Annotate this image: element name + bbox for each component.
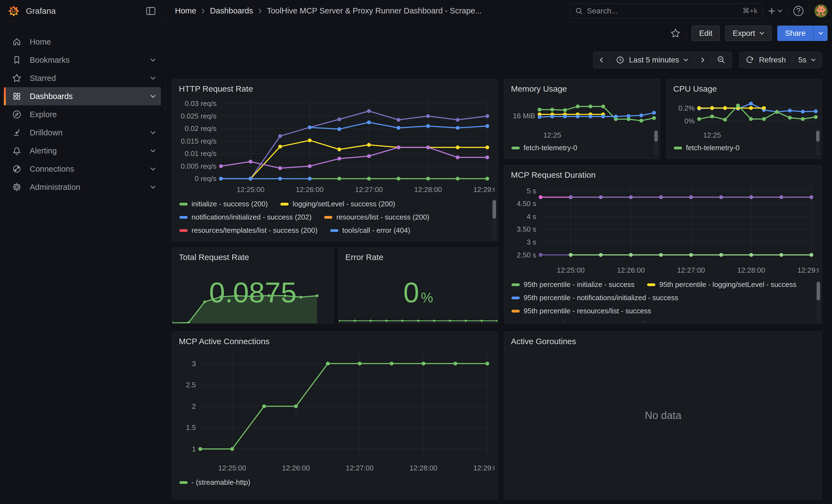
legend-item[interactable]: 95th percentile - resources/templates/li… — [512, 320, 684, 322]
time-range-label: Last 5 minutes — [629, 56, 679, 64]
sidebar-item-starred[interactable]: Starred — [4, 69, 161, 87]
share-menu-button[interactable] — [813, 26, 828, 41]
sidebar-item-connections[interactable]: Connections — [4, 160, 161, 178]
panel-title[interactable]: MCP Request Duration — [504, 165, 822, 181]
svg-text:2.50 s: 2.50 s — [517, 251, 536, 259]
panel-title[interactable]: MCP Active Connections — [172, 332, 498, 348]
legend-item[interactable]: 95th percentile - initialize - success — [512, 280, 634, 289]
http-request-rate-chart[interactable]: 0 req/s0.005 req/s0.01 req/s0.015 req/s0… — [176, 95, 494, 197]
refresh-icon — [746, 56, 754, 64]
sidebar-item-drilldown[interactable]: Drilldown — [4, 124, 161, 142]
legend-item[interactable]: tools/call - error (404) — [330, 226, 410, 235]
svg-text:4.50 s: 4.50 s — [517, 200, 536, 208]
export-button[interactable]: Export — [725, 26, 772, 41]
chevron-down-icon — [759, 32, 764, 35]
svg-text:3: 3 — [192, 360, 196, 368]
help-button[interactable] — [792, 5, 804, 17]
legend-item[interactable]: fetch-telemetry-0 — [674, 143, 739, 152]
chevron-down-icon — [150, 149, 156, 153]
panel-mcp-active-connections: MCP Active Connections 11.522.5312:25:00… — [172, 331, 498, 499]
svg-text:0.2%: 0.2% — [678, 104, 695, 112]
add-button[interactable] — [768, 7, 782, 15]
breadcrumb-home[interactable]: Home — [175, 6, 196, 16]
legend-item[interactable]: notifications/initialized - success (202… — [179, 213, 311, 221]
time-back-button[interactable] — [594, 52, 609, 68]
sidebar-item-dashboards[interactable]: Dashboards — [4, 87, 161, 105]
legend-item[interactable]: tools/call - success (200) — [179, 239, 270, 240]
scrollbar-thumb[interactable] — [816, 131, 820, 142]
svg-text:3.50 s: 3.50 s — [517, 225, 536, 233]
sidebar-item-home[interactable]: Home — [4, 33, 161, 51]
svg-text:12:27:00: 12:27:00 — [355, 185, 383, 194]
user-avatar[interactable] — [814, 4, 828, 18]
search-icon — [575, 7, 583, 15]
sidebar-item-alerting[interactable]: Alerting — [4, 142, 161, 160]
sidebar-collapse-icon[interactable] — [146, 7, 155, 15]
legend-item[interactable]: fetch-telemetry-0 — [512, 143, 577, 152]
legend-item[interactable]: initialize - success (200) — [179, 200, 268, 208]
sidebar-item-label: Home — [30, 37, 51, 47]
svg-text:3 s: 3 s — [527, 238, 536, 246]
time-range-picker[interactable]: Last 5 minutes — [609, 52, 695, 68]
svg-text:0 req/s: 0 req/s — [195, 175, 217, 183]
legend-item[interactable]: resources/list - success (200) — [324, 213, 429, 221]
svg-text:12:25:00: 12:25:00 — [237, 185, 264, 194]
legend-item[interactable]: 95th percentile - notifications/initiali… — [512, 294, 678, 302]
legend-scrollbar[interactable] — [816, 281, 820, 322]
scrollbar-thumb[interactable] — [493, 200, 496, 219]
search-box[interactable]: ⌘+k — [570, 3, 763, 19]
panel-memory-usage: Memory Usage 16 MiB12:25 fetch-telemetry… — [504, 79, 660, 159]
scrollbar-thumb[interactable] — [654, 131, 658, 142]
legend-item[interactable]: - (streamable-http) — [179, 478, 250, 487]
star-icon — [671, 28, 680, 38]
breadcrumb-dashboards[interactable]: Dashboards — [210, 6, 253, 16]
sidebar-item-bookmarks[interactable]: Bookmarks — [4, 51, 161, 69]
refresh-interval-picker[interactable]: 5s — [792, 52, 822, 68]
legend-item[interactable]: unknown - success (200) — [384, 239, 476, 240]
panel-title[interactable]: Error Rate — [339, 247, 498, 264]
grafana-logo[interactable] — [8, 4, 20, 18]
sidebar: Home Bookmarks Starred Dashboards Explor… — [0, 22, 165, 504]
connections-icon — [12, 164, 22, 174]
legend-item[interactable]: resources/templates/list - success (200) — [179, 226, 317, 235]
panel-title[interactable]: HTTP Request Rate — [172, 79, 498, 95]
mcp-active-connections-chart[interactable]: 11.522.5312:25:0012:26:0012:27:0012:28:0… — [176, 348, 494, 476]
share-split-button: Share — [777, 26, 828, 41]
time-forward-button[interactable] — [695, 52, 711, 68]
legend-swatch — [512, 147, 520, 150]
legend-swatch — [179, 203, 188, 206]
sidebar-item-label: Explore — [30, 110, 57, 119]
svg-text:0.015 req/s: 0.015 req/s — [181, 137, 216, 145]
favorite-star-button[interactable] — [671, 28, 680, 38]
scrollbar-thumb[interactable] — [816, 282, 820, 300]
legend-item[interactable]: logging/setLevel - success (200) — [280, 200, 395, 208]
memory-legend: fetch-telemetry-0 — [512, 143, 654, 158]
legend-item[interactable]: 95th percentile - resources/list - succe… — [512, 307, 651, 315]
legend-scrollbar[interactable] — [654, 129, 658, 155]
topbar: Grafana Home Dashboards ToolHive MCP Ser… — [0, 0, 832, 22]
svg-text:12:25:00: 12:25:00 — [218, 464, 246, 472]
sidebar-item-administration[interactable]: Administration — [4, 178, 161, 196]
legend-scrollbar[interactable] — [493, 199, 496, 240]
legend-item[interactable]: tools/list - success (200) — [283, 239, 372, 240]
cpu-usage-chart[interactable]: 0.2%0%12:25 — [669, 95, 820, 141]
time-range-group: Last 5 minutes — [593, 52, 732, 68]
sidebar-item-explore[interactable]: Explore — [4, 105, 161, 124]
memory-usage-chart[interactable]: 16 MiB12:25 — [506, 95, 658, 141]
refresh-button[interactable]: Refresh — [739, 52, 792, 68]
svg-text:12:29:00: 12:29:00 — [473, 185, 494, 194]
legend-item[interactable]: 95th percentile - logging/setLevel - suc… — [647, 280, 797, 289]
svg-text:1: 1 — [192, 445, 196, 453]
legend-swatch — [179, 216, 188, 219]
share-button[interactable]: Share — [777, 26, 813, 41]
zoom-out-button[interactable] — [711, 52, 732, 68]
edit-button[interactable]: Edit — [692, 26, 720, 41]
svg-text:0.025 req/s: 0.025 req/s — [181, 112, 216, 120]
panel-title[interactable]: Memory Usage — [504, 79, 660, 95]
legend-scrollbar[interactable] — [816, 129, 820, 155]
panel-title[interactable]: CPU Usage — [667, 79, 822, 95]
panel-title[interactable]: Total Request Rate — [172, 247, 334, 264]
search-input[interactable] — [587, 7, 739, 16]
mcp-request-duration-chart[interactable]: 2.50 s3 s3.50 s4 s4.50 s5 s12:25:0012:26… — [508, 181, 818, 278]
svg-text:12:25: 12:25 — [703, 131, 721, 139]
